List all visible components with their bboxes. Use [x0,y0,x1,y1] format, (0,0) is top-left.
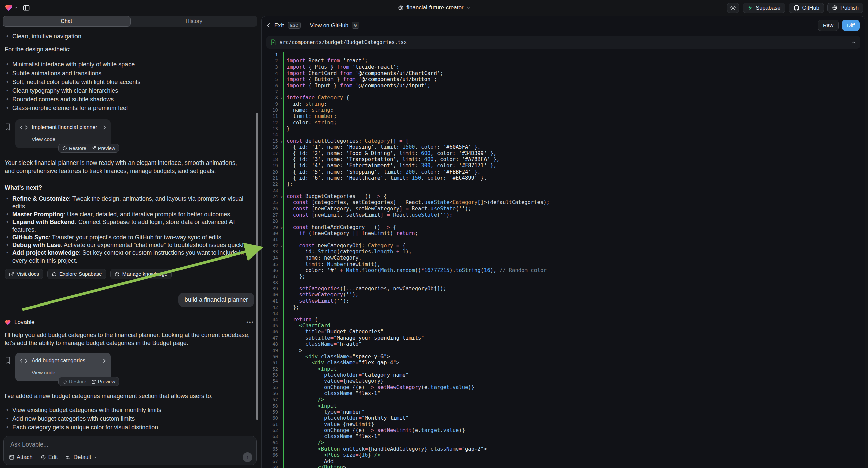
code-line-text: name: newCategory, [282,255,362,261]
explore-supabase-button[interactable]: Explore Supabase [47,269,106,279]
version-card-title: Implement financial planner [32,123,97,131]
code-line: 50 <div className="space-y-6"> [262,353,865,359]
line-number: 21 [262,175,282,181]
mode-selector[interactable]: Default [66,454,97,460]
code-line-text [282,236,286,242]
preview-button[interactable]: Preview [91,144,116,152]
code-line-text: { id: '4', name: 'Entertainment', limit:… [282,163,496,169]
code-line: 22 ]; [262,181,865,187]
sliders-icon [66,455,71,460]
code-line-text: { id: '2', name: 'Food & Dining', limit:… [282,150,496,156]
line-number: 63 [262,433,282,439]
restore-icon [62,379,67,384]
code-line-text: const newCategoryObj: Category = { [282,243,406,249]
line-number: 60 [262,415,282,421]
diff-toggle-button[interactable]: Diff [842,20,860,31]
exit-button[interactable]: Exit [275,22,284,29]
settings-button[interactable] [727,3,739,13]
code-line-text: <div className="flex gap-4"> [282,359,399,365]
code-line-text [282,280,286,286]
code-line-text: const [newCategory, setNewCategory] = Re… [282,206,471,212]
chevron-up-icon[interactable] [851,41,856,44]
send-button[interactable]: ↑ [243,452,252,462]
code-line: 36 color: '#' + Math.floor(Math.random()… [262,267,865,273]
bookmark-icon[interactable] [5,123,11,130]
chat-bullet: Rounded corners and subtle shadows [5,95,255,104]
chat-scrollbar[interactable] [256,113,258,420]
whats-next-heading: What's next? [5,184,255,192]
code-line: 34 name: newCategory, [262,255,865,261]
line-number: 33 [262,249,282,255]
external-link-icon [91,146,96,151]
code-line-text: limit: number; [282,113,337,119]
publish-label: Publish [840,5,859,11]
supabase-label: Supabase [755,5,780,11]
package-icon [115,272,120,276]
code-line-text: <Input [282,403,337,409]
view-code-link[interactable]: View code [32,135,55,143]
code-line: 28 [262,218,865,224]
chat-composer[interactable]: Ask Lovable... Attach Edit Default [3,436,257,465]
publish-button[interactable]: Publish [828,3,863,13]
line-number: 25 [262,199,282,205]
code-line-text: title="Budget Categories" [282,329,383,335]
sidebar-toggle-button[interactable] [21,3,32,13]
attach-button[interactable]: Attach [9,454,33,460]
code-line: 11 limit: number; [262,113,865,119]
assistant-summary: Your sleek financial planner is now read… [5,159,248,175]
code-line-text: { id: '5', name: 'Shopping', limit: 200,… [282,169,481,175]
code-line: 31 [262,236,865,242]
code-line-text: const [newLimit, setNewLimit] = React.us… [282,212,453,218]
supabase-button[interactable]: Supabase [743,3,785,13]
message-menu-button[interactable]: ••• [246,318,254,326]
lovable-logo-menu[interactable] [5,4,18,12]
code-line-text: { id: '6', name: 'Healthcare', limit: 15… [282,175,487,181]
external-link-icon [91,379,96,384]
line-number: 67 [262,458,282,464]
tab-history[interactable]: History [130,16,258,27]
design-heading: For the design aesthetic: [5,45,255,53]
chat-panel: Chat History Clean, intuitive navigation… [0,16,260,468]
github-button[interactable]: GitHub [789,3,824,13]
code-line-text: placeholder="Category name" [282,372,409,378]
line-number: 23 [262,187,282,194]
view-code-link[interactable]: View code [32,369,55,377]
bookmark-icon[interactable] [5,356,11,364]
raw-toggle-button[interactable]: Raw [818,20,839,31]
manage-knowledge-button[interactable]: Manage knowledge [111,269,172,279]
code-line: 43 [262,310,865,316]
code-line: 6 import { Input } from '@/components/ui… [262,83,865,89]
composer-placeholder[interactable]: Ask Lovable... [10,441,48,448]
line-number: 27 [262,212,282,218]
code-line: 47 subtitle="Manage your spending limits… [262,335,865,341]
file-path-bar[interactable]: src/components/budget/BudgetCategories.t… [267,36,860,49]
visit-docs-button[interactable]: Visit docs [5,269,43,279]
version-card-implement-financial-planner[interactable]: Implement financial planner View code Re… [16,119,111,148]
code-line: 59 type="number" [262,409,865,415]
line-number: 55 [262,384,282,390]
line-number: 5 [262,76,282,82]
view-on-github-button[interactable]: View on GitHub [310,22,348,29]
code-line: 44 return ( [262,317,865,323]
line-number: 14 [262,131,282,138]
code-line-text: <div className="space-y-6"> [282,353,390,359]
project-selector[interactable]: financial-future-creator [398,4,470,11]
chat-bubble-icon [52,272,57,276]
restore-button[interactable]: Restore [62,144,86,152]
code-line: 30 if (!newCategory || !newLimit) return… [262,230,865,236]
line-number: 8∨ [262,95,282,101]
code-line-text: setNewLimit(''); [282,298,349,304]
code-line: 48 className="h-auto" [262,341,865,347]
preview-button[interactable]: Preview [91,378,116,386]
code-line-text: className="flex-1" [282,433,380,439]
tab-chat[interactable]: Chat [3,16,130,27]
chevron-left-icon[interactable] [267,23,271,28]
line-number: 1 [262,52,282,58]
next-step-item: Expand with Backend: Connect Supabase to… [5,218,253,234]
version-card-add-budget-categories[interactable]: Add budget categories View code Restore [16,352,111,381]
project-name: financial-future-creator [406,4,463,11]
code-line: 15∨ const defaultCategories: Category[] … [262,138,865,144]
chat-bullet: Glass-morphic elements for a premium fee… [5,104,255,113]
restore-button[interactable]: Restore [62,378,86,386]
edit-mode-button[interactable]: Edit [40,454,58,460]
